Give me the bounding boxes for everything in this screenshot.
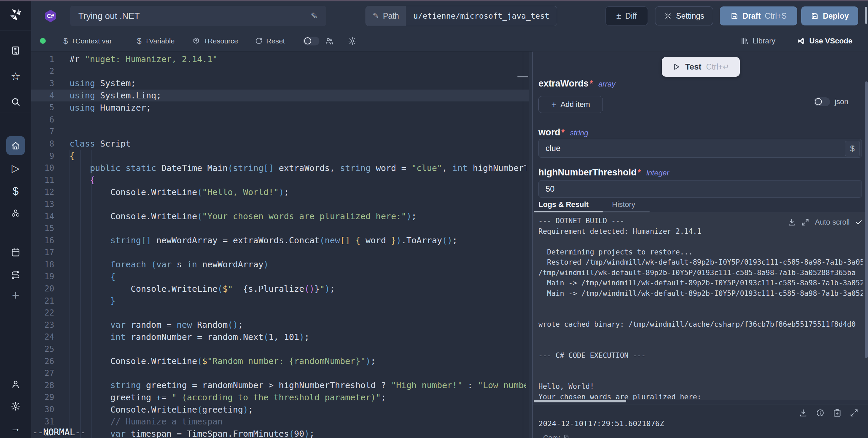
code-line[interactable]: 32 var timespan = TimeSpan.FromMinutes(9… [31, 427, 529, 438]
code-line[interactable]: 24 int randomNumber = random.Next(1, 101… [31, 331, 529, 343]
settings-button[interactable]: Settings [655, 6, 713, 25]
code-line[interactable]: 9{ [31, 150, 529, 162]
sidebar-item-resources[interactable] [8, 206, 23, 221]
log-line: Main -> /tmp/windmill/wk-default-89p2b-I… [538, 288, 863, 299]
code-line[interactable]: 1#r "nuget: Humanizer, 2.14.1" [31, 53, 529, 65]
tab-history[interactable]: History [612, 200, 635, 209]
panel-vertical-scrollbar[interactable] [865, 81, 868, 358]
edit-title-pencil-icon[interactable]: ✎ [311, 11, 318, 21]
reset-button[interactable]: Reset [255, 37, 285, 45]
draft-shortcut: Ctrl+S [765, 12, 787, 21]
add-context-var-button[interactable]: $ +Context var [63, 36, 112, 46]
line-number: 9 [31, 151, 54, 161]
info-icon[interactable] [816, 408, 825, 417]
line-number: 7 [31, 127, 54, 136]
code-line[interactable]: 16 string[] newWordArray = extraWords.Co… [31, 234, 529, 247]
code-line[interactable]: 26 Console.WriteLine($"Random number: {r… [31, 355, 529, 367]
code-line[interactable]: 17 [31, 247, 529, 259]
code-line[interactable]: 25 [31, 343, 529, 355]
sidebar-item-schedules[interactable] [8, 245, 23, 260]
minimap[interactable] [523, 52, 529, 438]
edit-path-pencil-icon[interactable]: ✎ [373, 12, 379, 20]
use-vscode-button[interactable]: Use VScode [797, 37, 852, 45]
code-line[interactable]: 6 [31, 114, 529, 126]
log-line: Your chosen words are pluralized here: [538, 392, 863, 400]
library-button[interactable]: Library [741, 37, 775, 45]
code-line[interactable]: 23 var random = new Random(); [31, 319, 529, 331]
sidebar-item-home[interactable] [6, 136, 25, 155]
code-line[interactable]: 11 { [31, 174, 529, 186]
path-chip[interactable]: ✎ Path u/etienne/microsoft_java_test [366, 6, 557, 26]
editor-settings-gear-icon[interactable] [348, 37, 357, 45]
sidebar-item-runs[interactable]: ▷ [8, 161, 23, 176]
code-line[interactable]: 15 [31, 222, 529, 234]
tab-logs-result[interactable]: Logs & Result [538, 200, 589, 209]
calendar-icon [11, 247, 21, 257]
sidebar-item-search[interactable] [8, 94, 23, 109]
line-number: 21 [31, 296, 54, 306]
diff-button[interactable]: ± Diff [605, 6, 648, 25]
script-title-input[interactable]: Trying out .NET ✎ [70, 6, 326, 26]
code-line[interactable]: 20 Console.WriteLine($" {s.Pluralize()}"… [31, 283, 529, 295]
highnumberthreshold-input[interactable] [538, 180, 862, 198]
code-line[interactable]: 8class Script [31, 138, 529, 150]
code-line[interactable]: 14 Console.WriteLine("Your chosen words … [31, 210, 529, 223]
sidebar-item-account[interactable] [8, 377, 23, 392]
diff-mode-toggle[interactable] [303, 37, 319, 45]
sidebar-item-create[interactable]: + [8, 288, 23, 303]
logs-horizontal-scrollbar[interactable] [534, 400, 626, 402]
collaborators-users-icon[interactable] [325, 37, 334, 45]
code-line[interactable]: 19 { [31, 271, 529, 283]
required-marker: * [561, 128, 565, 137]
code-line[interactable]: 21 } [31, 295, 529, 307]
sidebar-item-workspace[interactable] [8, 43, 23, 58]
code-line[interactable]: 31 // Humanize a timespan [31, 416, 529, 428]
code-line[interactable]: 27 [31, 367, 529, 379]
deploy-button[interactable]: Deploy [801, 6, 858, 25]
windmill-logo-icon[interactable] [8, 7, 23, 22]
logs-panel[interactable]: --- DOTNET BUILD ---Requirement detected… [533, 212, 868, 400]
line-number: 24 [31, 332, 54, 342]
add-resource-button[interactable]: +Resource [192, 37, 238, 45]
json-toggle[interactable] [814, 97, 830, 106]
line-number: 16 [31, 236, 54, 245]
sidebar-item-favorites[interactable]: ☆ [8, 69, 23, 84]
add-item-button[interactable]: + Add item [538, 96, 603, 113]
word-input[interactable] [538, 139, 862, 158]
draft-button[interactable]: Draft Ctrl+S [720, 6, 797, 25]
code-line[interactable]: 4using System.Linq; [31, 90, 529, 102]
star-icon: ☆ [11, 71, 21, 82]
dollar-icon: $ [137, 36, 141, 46]
code-line[interactable]: 2 [31, 65, 529, 78]
auto-scroll-label[interactable]: Auto scroll [815, 218, 850, 227]
sidebar-item-flows[interactable] [8, 267, 23, 282]
code-line[interactable]: 18 foreach (var s in newWordArray) [31, 259, 529, 271]
resize-handle[interactable] [517, 76, 528, 77]
sidebar-item-collapse[interactable]: → [8, 421, 23, 436]
vim-mode-status: --NORMAL-- [33, 427, 86, 437]
test-button[interactable]: Test Ctrl+↵ [662, 57, 740, 77]
copy-result-button[interactable]: Copy [543, 434, 570, 438]
sidebar-item-settings[interactable] [8, 399, 23, 414]
code-line[interactable]: 29 greeting += " (according to the thres… [31, 392, 529, 404]
expand-result-icon[interactable] [850, 408, 859, 417]
code-line[interactable]: 28 string greeting = randomNumber > high… [31, 379, 529, 392]
code-line[interactable]: 13 [31, 198, 529, 210]
panel-splitter[interactable] [529, 52, 533, 438]
code-line[interactable]: 10 public static DateTime Main(string[] … [31, 162, 529, 174]
code-editor[interactable]: 1#r "nuget: Humanizer, 2.14.1"23using Sy… [31, 52, 529, 438]
insert-variable-button[interactable]: $ [845, 141, 860, 156]
download-logs-icon[interactable] [788, 218, 796, 226]
clipboard-icon[interactable] [833, 408, 842, 417]
page-vertical-scrollbar[interactable] [865, 7, 867, 24]
code-line[interactable]: 30 Console.WriteLine(greeting); [31, 403, 529, 416]
code-line[interactable]: 22 [31, 307, 529, 319]
code-line[interactable]: 12 Console.WriteLine("Hello, World!"); [31, 186, 529, 198]
code-line[interactable]: 5using Humanizer; [31, 101, 529, 114]
add-variable-button[interactable]: $ +Variable [137, 36, 175, 46]
expand-logs-icon[interactable] [801, 218, 809, 226]
sidebar-item-variables[interactable]: $ [8, 184, 23, 198]
download-result-icon[interactable] [799, 408, 808, 417]
code-line[interactable]: 7 [31, 126, 529, 138]
code-line[interactable]: 3using System; [31, 77, 529, 90]
